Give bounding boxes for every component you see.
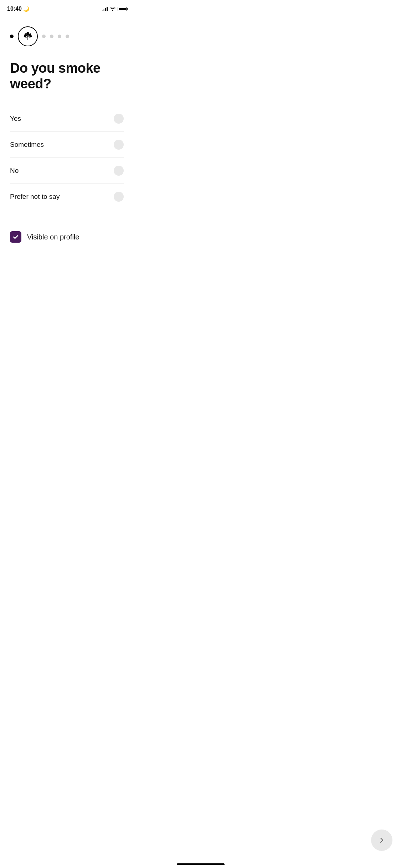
option-no[interactable]: No <box>10 158 124 184</box>
option-no-label: No <box>10 167 19 175</box>
question-title-area: Do you smoke weed? <box>0 53 134 106</box>
progress-area <box>0 16 134 53</box>
options-list: Yes Sometimes No Prefer not to say <box>0 106 134 210</box>
visible-on-profile-row[interactable]: Visible on profile <box>0 231 134 243</box>
weed-icon-circle <box>18 26 38 46</box>
moon-icon: 🌙 <box>23 6 29 12</box>
progress-dot-1 <box>10 35 14 38</box>
visible-on-profile-label: Visible on profile <box>27 233 79 241</box>
section-divider <box>10 221 124 221</box>
status-time: 10:40 🌙 <box>7 6 29 12</box>
radio-yes[interactable] <box>114 114 124 124</box>
status-icons <box>102 6 127 12</box>
wifi-icon <box>110 6 115 12</box>
option-prefer-not[interactable]: Prefer not to say <box>10 184 124 210</box>
radio-prefer-not[interactable] <box>114 192 124 202</box>
question-heading: Do you smoke weed? <box>10 61 124 92</box>
progress-dot-3 <box>50 35 53 38</box>
battery-icon <box>118 7 127 11</box>
option-yes-label: Yes <box>10 115 21 123</box>
status-bar: 10:40 🌙 <box>0 0 134 16</box>
radio-sometimes[interactable] <box>114 140 124 150</box>
weed-leaf-icon <box>22 31 33 42</box>
signal-icon <box>102 7 108 11</box>
option-sometimes[interactable]: Sometimes <box>10 132 124 158</box>
progress-dot-2 <box>42 35 46 38</box>
option-yes[interactable]: Yes <box>10 106 124 132</box>
visible-on-profile-checkbox[interactable] <box>10 231 21 243</box>
option-sometimes-label: Sometimes <box>10 141 44 149</box>
option-prefer-not-label: Prefer not to say <box>10 193 60 201</box>
time-display: 10:40 <box>7 6 22 12</box>
progress-dot-5 <box>66 35 69 38</box>
radio-no[interactable] <box>114 166 124 176</box>
progress-dot-4 <box>58 35 61 38</box>
